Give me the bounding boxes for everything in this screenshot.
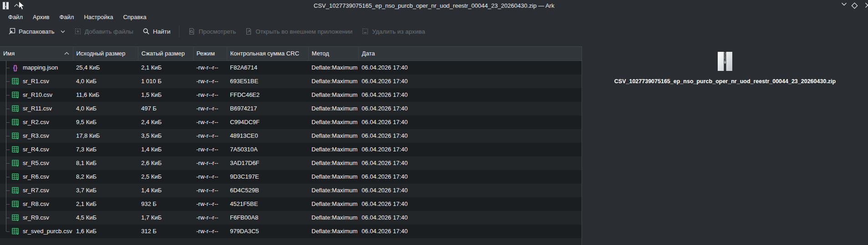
menu-help[interactable]: Справка <box>118 12 151 22</box>
toolbar-separator <box>179 25 179 37</box>
column-header-date[interactable]: Дата <box>358 47 582 60</box>
menu-file2[interactable]: Файл <box>54 12 79 22</box>
tree-branch <box>0 143 11 156</box>
titlebar: CSV_1027739075165_ep_nso_purcb_oper_nr_u… <box>0 0 868 11</box>
find-button[interactable]: Найти <box>138 25 175 38</box>
csv-file-icon <box>11 105 19 112</box>
table-header-row: Имя Исходный размер Сжатый размер Режим … <box>0 47 582 60</box>
json-file-icon: {} <box>11 64 19 71</box>
menu-settings[interactable]: Настройка <box>79 12 118 22</box>
table-row[interactable]: sr_R4.csv 7,3 КиБ1,4 КиБ-rw-r--r--7A5031… <box>0 143 582 156</box>
csv-file-icon <box>11 119 19 126</box>
tree-branch <box>0 156 11 170</box>
extract-button[interactable]: Распаковать <box>4 25 70 38</box>
tree-branch <box>0 211 11 225</box>
tree-branch <box>0 129 11 143</box>
window-title: CSV_1027739075165_ep_nso_purcb_oper_nr_u… <box>0 2 868 9</box>
tree-branch <box>0 75 11 88</box>
column-header-method[interactable]: Метод <box>308 47 358 60</box>
table-row[interactable]: sr_R7.csv 3,7 КиБ1,4 КиБ-rw-r--r--6D4C52… <box>0 184 582 197</box>
csv-file-icon <box>11 78 19 85</box>
column-header-crc[interactable]: Контрольная сумма CRC <box>227 47 308 60</box>
open-external-icon <box>245 28 252 35</box>
column-header-name[interactable]: Имя <box>0 47 73 60</box>
archive-info-panel: CSV_1027739075165_ep_nso_purcb_oper_nr_u… <box>582 46 868 245</box>
sort-ascending-icon <box>64 52 69 55</box>
preview-button[interactable]: Просмотреть <box>184 25 240 38</box>
table-row[interactable]: sr_R2.csv 9,5 КиБ2,4 КиБ-rw-r--r--C994DC… <box>0 115 582 129</box>
table-row[interactable]: sr_R10.csv 11,6 КиБ1,5 КиБ-rw-r--r--FFDC… <box>0 88 582 102</box>
column-header-original-size[interactable]: Исходный размер <box>73 47 138 60</box>
close-button[interactable] <box>865 2 868 8</box>
maximize-button[interactable] <box>851 2 858 9</box>
tree-branch <box>0 170 11 184</box>
table-row[interactable]: sr_R1.csv 4,0 КиБ1 010 Б-rw-r--r--693E51… <box>0 75 582 88</box>
search-icon <box>143 28 150 35</box>
csv-file-icon <box>11 132 19 140</box>
column-header-mode[interactable]: Режим <box>193 47 227 60</box>
open-external-button[interactable]: Открыть во внешнем приложении <box>240 25 357 38</box>
tree-branch <box>0 61 11 75</box>
toolbar: Распаковать Добавить файлы Найти Просмот… <box>0 23 868 40</box>
csv-file-icon <box>11 200 19 208</box>
csv-file-icon <box>11 146 19 153</box>
mouse-cursor-icon <box>18 1 26 11</box>
table-row[interactable]: sr_R9.csv 4,5 КиБ1,7 КиБ-rw-r--r--F6FB00… <box>0 211 582 225</box>
archive-file-name: CSV_1027739075165_ep_nso_purcb_oper_nr_u… <box>614 78 836 85</box>
csv-file-icon <box>11 173 19 180</box>
chevron-down-icon[interactable] <box>61 30 65 33</box>
zip-file-icon <box>716 51 734 71</box>
tree-branch <box>0 88 11 102</box>
minimize-button[interactable] <box>841 2 847 6</box>
table-row[interactable]: sr_R8.csv 2,1 КиБ932 Б-rw-r--r--4521F5BE… <box>0 197 582 211</box>
tree-branch <box>0 115 11 129</box>
table-row[interactable]: {}mapping.json 25,4 КиБ2,1 КиБ-rw-r--r--… <box>0 60 582 75</box>
table-row[interactable]: sr_R11.csv 4,0 КиБ497 Б-rw-r--r--B697421… <box>0 102 582 115</box>
archive-extract-icon <box>8 28 15 35</box>
csv-file-icon <box>11 214 19 221</box>
table-row[interactable]: sr_R5.csv 8,1 КиБ2,6 КиБ-rw-r--r--3AD17D… <box>0 156 582 170</box>
table-row[interactable]: sr_R6.csv 8,2 КиБ2,5 КиБ-rw-r--r--9D3C19… <box>0 170 582 184</box>
tree-branch <box>0 197 11 211</box>
table-row[interactable]: sr_R3.csv 17,8 КиБ3,5 КиБ-rw-r--r--48913… <box>0 129 582 143</box>
menu-archive[interactable]: Архив <box>28 12 54 22</box>
tree-branch <box>0 184 11 197</box>
preview-icon <box>188 28 195 35</box>
menu-file[interactable]: Файл <box>3 12 28 22</box>
add-files-button[interactable]: Добавить файлы <box>70 25 138 38</box>
csv-file-icon <box>11 187 19 194</box>
csv-file-icon <box>11 160 19 167</box>
tree-branch-last <box>0 225 11 238</box>
csv-file-icon <box>11 228 19 235</box>
column-header-compressed-size[interactable]: Сжатый размер <box>138 47 193 60</box>
tree-branch <box>0 102 11 115</box>
window-controls <box>832 0 868 11</box>
add-files-icon <box>74 28 82 35</box>
table-row[interactable]: sr_sved_purcb.csv 1,6 КиБ312 Б-rw-r--r--… <box>0 225 582 238</box>
delete-from-archive-icon <box>362 28 369 35</box>
csv-file-icon <box>11 91 19 99</box>
menubar: Файл Архив Файл Настройка Справка <box>0 11 868 23</box>
delete-from-archive-button[interactable]: Удалить из архива <box>357 25 429 38</box>
archive-file-list: Имя Исходный размер Сжатый размер Режим … <box>0 46 582 245</box>
main-content: Имя Исходный размер Сжатый размер Режим … <box>0 46 868 245</box>
